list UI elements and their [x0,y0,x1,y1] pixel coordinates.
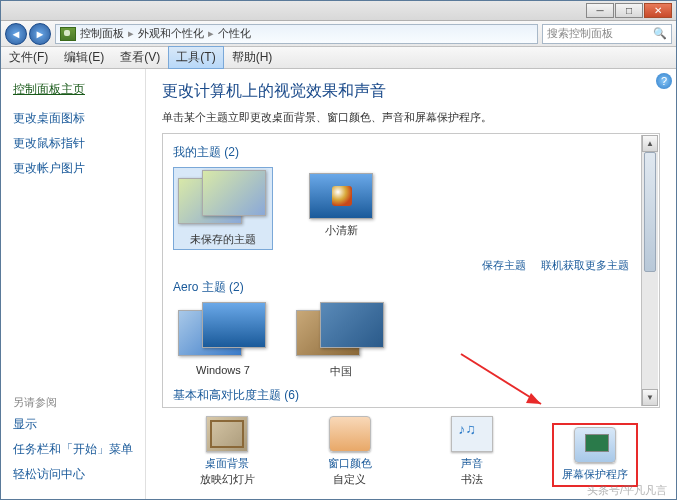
my-themes-header: 我的主题 (2) [173,144,629,161]
sidebar: 控制面板主页 更改桌面图标 更改鼠标指针 更改帐户图片 另请参阅 显示 任务栏和… [1,69,146,499]
scroll-thumb[interactable] [644,152,656,272]
navbar: ◄ ► 控制面板 ▸ 外观和个性化 ▸ 个性化 搜索控制面板 🔍 [1,21,676,47]
sound-icon [451,416,493,452]
breadcrumb-seg[interactable]: 控制面板 [80,26,124,41]
search-placeholder: 搜索控制面板 [547,26,613,41]
menu-tools[interactable]: 工具(T) [168,46,223,69]
theme-thumb-icon [178,302,268,360]
sidebar-extra-display[interactable]: 显示 [13,416,135,433]
search-input[interactable]: 搜索控制面板 🔍 [542,24,672,44]
page-title: 更改计算机上的视觉效果和声音 [162,81,660,102]
menu-view[interactable]: 查看(V) [112,46,168,69]
forward-button[interactable]: ► [29,23,51,45]
item-sub: 书法 [429,472,515,487]
desktop-bg-icon [206,416,248,452]
item-sub: 放映幻灯片 [184,472,270,487]
titlebar: ─ □ ✕ [1,1,676,21]
theme-fresh[interactable]: 小清新 [291,167,391,250]
window-color-item[interactable]: 窗口颜色 自定义 [307,416,393,487]
sidebar-extra-taskbar[interactable]: 任务栏和「开始」菜单 [13,441,135,458]
sidebar-home[interactable]: 控制面板主页 [13,81,135,98]
breadcrumb[interactable]: 控制面板 ▸ 外观和个性化 ▸ 个性化 [55,24,538,44]
scroll-down-button[interactable]: ▼ [642,389,658,406]
scrollbar[interactable]: ▲ ▼ [641,135,658,406]
sidebar-extra-ease[interactable]: 轻松访问中心 [13,466,135,483]
desktop-background-item[interactable]: 桌面背景 放映幻灯片 [184,416,270,487]
menu-edit[interactable]: 编辑(E) [56,46,112,69]
scroll-track[interactable] [642,152,658,389]
theme-label: Windows 7 [173,364,273,376]
menubar: 文件(F) 编辑(E) 查看(V) 工具(T) 帮助(H) [1,47,676,69]
item-label: 屏幕保护程序 [556,467,634,482]
back-button[interactable]: ◄ [5,23,27,45]
personalization-window: ─ □ ✕ ◄ ► 控制面板 ▸ 外观和个性化 ▸ 个性化 搜索控制面板 🔍 文… [0,0,677,500]
basic-themes-header: 基本和高对比度主题 (6) [173,387,629,404]
sidebar-link-account[interactable]: 更改帐户图片 [13,160,135,177]
search-icon: 🔍 [653,27,667,40]
page-desc: 单击某个主题立即更改桌面背景、窗口颜色、声音和屏幕保护程序。 [162,110,660,125]
minimize-button[interactable]: ─ [586,3,614,18]
help-icon[interactable]: ? [656,73,672,89]
scroll-up-button[interactable]: ▲ [642,135,658,152]
body: 控制面板主页 更改桌面图标 更改鼠标指针 更改帐户图片 另请参阅 显示 任务栏和… [1,69,676,499]
window-color-icon [329,416,371,452]
theme-label: 未保存的主题 [176,232,270,247]
theme-china[interactable]: 中国 [291,302,391,379]
item-sub: 自定义 [307,472,393,487]
themes-panel: ▲ ▼ 我的主题 (2) 未保存的主题 小清新 保存主题 [162,133,660,408]
menu-file[interactable]: 文件(F) [1,46,56,69]
maximize-button[interactable]: □ [615,3,643,18]
breadcrumb-seg[interactable]: 个性化 [218,26,251,41]
aero-themes-header: Aero 主题 (2) [173,279,629,296]
theme-label: 中国 [291,364,391,379]
item-label: 声音 [429,456,515,471]
chevron-right-icon: ▸ [204,27,218,40]
cp-icon [60,27,76,41]
theme-thumb-icon [309,173,373,219]
sidebar-see-also: 另请参阅 [13,395,135,410]
item-label: 窗口颜色 [307,456,393,471]
item-label: 桌面背景 [184,456,270,471]
aero-themes-row: Windows 7 中国 [173,302,629,379]
chevron-right-icon: ▸ [124,27,138,40]
theme-label: 小清新 [291,223,391,238]
nav-arrows: ◄ ► [5,23,51,45]
theme-thumb-icon [296,302,386,360]
sounds-item[interactable]: 声音 书法 [429,416,515,487]
my-themes-row: 未保存的主题 小清新 [173,167,629,250]
sidebar-link-icons[interactable]: 更改桌面图标 [13,110,135,127]
save-theme-link[interactable]: 保存主题 [482,259,526,271]
breadcrumb-seg[interactable]: 外观和个性化 [138,26,204,41]
screensaver-item[interactable]: 屏幕保护程序 [552,423,638,487]
theme-win7[interactable]: Windows 7 [173,302,273,379]
sidebar-link-mouse[interactable]: 更改鼠标指针 [13,135,135,152]
theme-unsaved[interactable]: 未保存的主题 [173,167,273,250]
screensaver-icon [574,427,616,463]
settings-row: 桌面背景 放映幻灯片 窗口颜色 自定义 声音 书法 屏幕保护程序 [162,408,660,491]
menu-help[interactable]: 帮助(H) [224,46,281,69]
close-button[interactable]: ✕ [644,3,672,18]
theme-thumb-icon [178,170,268,228]
theme-links: 保存主题 联机获取更多主题 [173,258,629,273]
more-themes-link[interactable]: 联机获取更多主题 [541,259,629,271]
main: ? 更改计算机上的视觉效果和声音 单击某个主题立即更改桌面背景、窗口颜色、声音和… [146,69,676,499]
